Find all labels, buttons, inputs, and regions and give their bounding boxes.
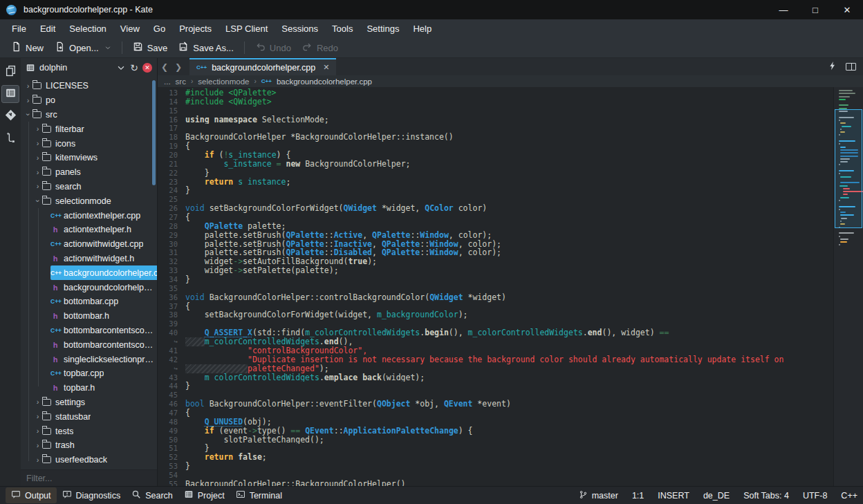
- tree-folder-panels[interactable]: ›panels: [21, 165, 157, 180]
- tree-folder-statusbar[interactable]: ›statusbar: [21, 409, 157, 424]
- project-tree: ›LICENSES›po›src›filterbar›icons›kitemvi…: [21, 76, 157, 469]
- status-master[interactable]: master: [579, 490, 618, 501]
- close-project-icon[interactable]: ✕: [142, 63, 152, 73]
- chevron-collapsed-icon[interactable]: ›: [24, 82, 33, 90]
- filter-input[interactable]: [21, 470, 157, 486]
- tree-file-topbar-h[interactable]: htopbar.h: [21, 381, 157, 395]
- status-de-de[interactable]: de_DE: [703, 491, 730, 501]
- tree-scrollbar[interactable]: [152, 80, 156, 185]
- tree-folder-licenses[interactable]: ›LICENSES: [21, 79, 157, 93]
- status-utf-8[interactable]: UTF-8: [803, 491, 827, 501]
- tab-backgroundcolorhelper[interactable]: C++ backgroundcolorhelper.cpp ✕: [189, 58, 336, 75]
- menu-lsp-client[interactable]: LSP Client: [219, 21, 275, 37]
- tree-file-singleclickselectionproxy[interactable]: hsingleclickselectionproxy...: [21, 352, 157, 366]
- project-name[interactable]: dolphin: [39, 63, 67, 73]
- tree-folder-selectionmode[interactable]: ›selectionmode: [21, 194, 157, 208]
- selected-item-highlight[interactable]: C++backgroundcolorhelper.c...: [50, 265, 157, 280]
- tree-folder-filterbar[interactable]: ›filterbar: [21, 122, 157, 136]
- tree-file-backgroundcolorhelper-h[interactable]: hbackgroundcolorhelper.h: [21, 280, 157, 295]
- chevron-collapsed-icon[interactable]: ›: [24, 97, 33, 104]
- sidebar-tool-symbols[interactable]: [1, 129, 19, 147]
- statusbar-search-button[interactable]: Search: [126, 487, 178, 503]
- menu-settings[interactable]: Settings: [360, 21, 406, 37]
- tree-file-actionwithwidget-h[interactable]: hactionwithwidget.h: [21, 252, 157, 266]
- menu-edit[interactable]: Edit: [33, 21, 62, 37]
- tree-file-actionwithwidget-cpp[interactable]: C++actionwithwidget.cpp: [21, 237, 157, 252]
- status-1-1[interactable]: 1:1: [632, 491, 644, 501]
- tree-folder-src[interactable]: ›src: [21, 108, 157, 122]
- tree-file-bottombar-h[interactable]: hbottombar.h: [21, 309, 157, 324]
- status-c++[interactable]: C++: [841, 491, 857, 501]
- sidebar-tool-git[interactable]: [1, 107, 19, 125]
- save-as-button[interactable]: Save As...: [173, 39, 239, 57]
- code-view[interactable]: 13#include <QPalette>14#include <QWidget…: [158, 87, 833, 486]
- statusbar-output-button[interactable]: Output: [6, 487, 57, 503]
- nav-back-icon[interactable]: ❮: [158, 62, 171, 72]
- chevron-collapsed-icon[interactable]: ›: [33, 413, 42, 420]
- minimap-scrollbar[interactable]: [833, 87, 863, 486]
- save-button[interactable]: Save: [127, 39, 174, 57]
- chevron-down-icon[interactable]: [116, 63, 126, 73]
- menu-view[interactable]: View: [113, 21, 147, 37]
- split-view-icon[interactable]: [846, 63, 856, 71]
- maximize-button[interactable]: □: [799, 0, 831, 19]
- menu-projects[interactable]: Projects: [172, 21, 219, 37]
- tree-folder-trash[interactable]: ›trash: [21, 438, 157, 453]
- nav-forward-icon[interactable]: ❯: [171, 62, 185, 72]
- tree-file-bottombarcontentscont[interactable]: C++bottombarcontentscont...: [21, 324, 157, 338]
- chevron-collapsed-icon[interactable]: ›: [33, 427, 42, 435]
- statusbar-project-button[interactable]: Project: [178, 487, 230, 503]
- tree-file-bottombar-cpp[interactable]: C++bottombar.cpp: [21, 295, 157, 309]
- breadcrumb-segment[interactable]: selectionmode: [198, 77, 249, 86]
- status-insert[interactable]: INSERT: [658, 491, 689, 501]
- tree-file-actiontexthelper-cpp[interactable]: C++actiontexthelper.cpp: [21, 208, 157, 223]
- minimize-button[interactable]: —: [768, 0, 799, 19]
- quick-open-bolt-icon[interactable]: [828, 61, 837, 73]
- tree-folder-settings[interactable]: ›settings: [21, 395, 157, 410]
- tree-file-bottombarcontentscont[interactable]: hbottombarcontentscont...: [21, 337, 157, 352]
- chevron-collapsed-icon[interactable]: ›: [33, 456, 42, 464]
- statusbar-terminal-button[interactable]: Terminal: [230, 487, 288, 503]
- menu-selection[interactable]: Selection: [62, 21, 113, 37]
- chevron-down-icon[interactable]: [104, 43, 111, 53]
- tree-file-topbar-cpp[interactable]: C++topbar.cpp: [21, 366, 157, 381]
- chevron-collapsed-icon[interactable]: ›: [33, 125, 42, 133]
- tree-folder-userfeedback[interactable]: ›userfeedback: [21, 453, 157, 467]
- chevron-collapsed-icon[interactable]: ›: [33, 442, 42, 449]
- code-line: 40 Q_ASSERT_X(std::find(m_colorControlle…: [158, 328, 833, 337]
- chevron-collapsed-icon[interactable]: ›: [33, 140, 42, 147]
- tree-folder-search[interactable]: ›search: [21, 180, 157, 194]
- close-button[interactable]: ✕: [831, 0, 863, 19]
- kate-app-icon: [6, 5, 17, 15]
- statusbar-diagnostics-button[interactable]: Diagnostics: [57, 487, 127, 503]
- open-button[interactable]: Open...: [49, 39, 117, 57]
- refresh-icon[interactable]: ↻: [130, 62, 138, 73]
- chevron-collapsed-icon[interactable]: ›: [33, 183, 42, 190]
- tree-folder-kitemviews[interactable]: ›kitemviews: [21, 151, 157, 165]
- sidebar-tool-documents[interactable]: [1, 63, 19, 81]
- chevron-collapsed-icon[interactable]: ›: [33, 154, 42, 162]
- chevron-expanded-icon[interactable]: ›: [24, 110, 32, 119]
- tree-folder-tests[interactable]: ›tests: [21, 424, 157, 438]
- breadcrumb-file[interactable]: backgroundcolorhelper.cpp: [277, 77, 372, 86]
- chevron-collapsed-icon[interactable]: ›: [33, 398, 42, 406]
- chevron-expanded-icon[interactable]: ›: [34, 196, 41, 205]
- menu-go[interactable]: Go: [147, 21, 172, 37]
- menu-sessions[interactable]: Sessions: [275, 21, 325, 37]
- tree-folder-icons[interactable]: ›icons: [21, 136, 157, 151]
- tree-file-backgroundcolorhelper-c[interactable]: C++backgroundcolorhelper.c...: [21, 265, 157, 280]
- new-button[interactable]: New: [6, 39, 49, 57]
- menu-file[interactable]: File: [5, 21, 33, 37]
- tab-bar: ❮ ❯ C++ backgroundcolorhelper.cpp ✕: [158, 58, 863, 75]
- breadcrumb-segment[interactable]: src: [176, 77, 186, 86]
- tree-file-actiontexthelper-h[interactable]: hactiontexthelper.h: [21, 223, 157, 237]
- sidebar-tool-projects[interactable]: [1, 85, 19, 103]
- tab-close-icon[interactable]: ✕: [323, 63, 329, 72]
- tree-folder-po[interactable]: ›po: [21, 93, 157, 108]
- menu-tools[interactable]: Tools: [325, 21, 360, 37]
- status-soft-tabs-4[interactable]: Soft Tabs: 4: [743, 491, 789, 501]
- breadcrumb-overflow[interactable]: ...: [164, 77, 171, 86]
- menu-help[interactable]: Help: [406, 21, 438, 37]
- chevron-collapsed-icon[interactable]: ›: [33, 169, 42, 176]
- minimap-viewport[interactable]: [835, 109, 862, 228]
